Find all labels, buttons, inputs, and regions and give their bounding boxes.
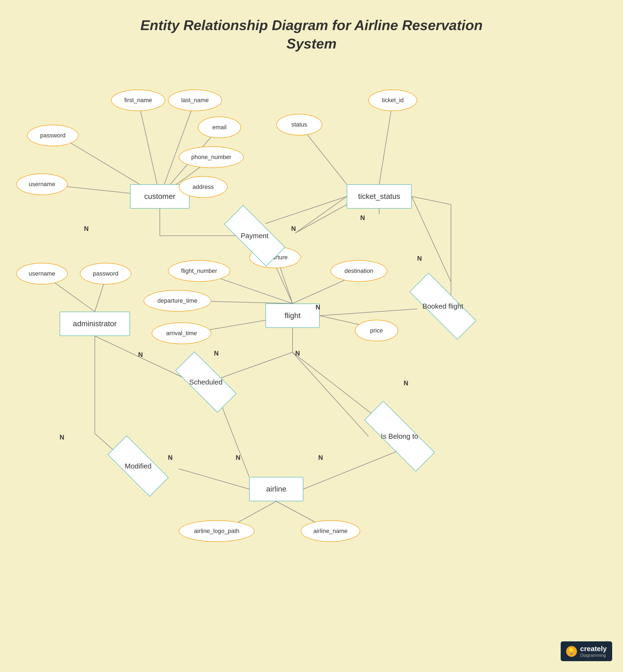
card-10: N: [168, 454, 173, 462]
attr-password-admin: password: [80, 263, 131, 285]
attr-airline-name: airline_name: [301, 520, 360, 542]
attr-first-name: first_name: [111, 89, 165, 111]
attr-departure-time: departure_time: [144, 290, 211, 312]
svg-line-23: [320, 309, 417, 316]
page-title: Entity Relationship Diagram for Airline …: [0, 0, 623, 61]
attr-ticket-id: ticket_id: [368, 89, 417, 111]
svg-line-15: [295, 205, 347, 233]
attr-username-admin: username: [16, 263, 68, 285]
entity-ticket-status: ticket_status: [347, 184, 412, 209]
attr-username-customer: username: [16, 173, 68, 195]
attr-phone-number: phone_number: [179, 146, 244, 168]
card-2: N: [291, 225, 296, 233]
svg-line-36: [303, 450, 401, 489]
svg-line-25: [412, 197, 451, 205]
svg-line-11: [295, 197, 347, 233]
attr-price: price: [355, 320, 398, 342]
attr-flight-number: flight_number: [168, 260, 230, 282]
svg-line-33: [179, 469, 249, 489]
entity-airline: airline: [249, 477, 303, 501]
attr-email: email: [198, 117, 241, 138]
card-9: N: [60, 434, 64, 441]
card-5: N: [316, 303, 320, 311]
rel-is-belong-to: Is Belong to: [363, 423, 436, 450]
entity-administrator: administrator: [60, 312, 130, 336]
attr-arrival-time: arrival_time: [152, 322, 211, 344]
rel-scheduled: Scheduled: [176, 369, 236, 396]
card-12: N: [318, 454, 323, 462]
svg-line-39: [293, 352, 368, 436]
connection-lines: [0, 54, 623, 672]
attr-destination: destination: [330, 260, 387, 282]
attr-password-customer: password: [27, 125, 79, 146]
svg-line-9: [265, 197, 347, 224]
diagram-area: customer ticket_status flight administra…: [0, 54, 623, 672]
card-6: N: [295, 350, 300, 357]
attr-address: address: [179, 176, 228, 198]
rel-payment: Payment: [225, 222, 285, 249]
logo-text-container: creately Diagramming: [580, 645, 607, 658]
svg-line-12: [379, 100, 393, 184]
card-7: N: [214, 350, 218, 357]
rel-booked-flight: Booked flight: [409, 293, 477, 320]
card-8: N: [138, 351, 143, 358]
attr-status: status: [276, 114, 322, 136]
brand-logo: 💡 creately Diagramming: [561, 641, 612, 661]
card-1: N: [84, 225, 89, 233]
svg-line-0: [138, 100, 160, 197]
entity-flight: flight: [265, 303, 320, 328]
rel-modified: Modified: [108, 452, 168, 479]
attr-last-name: last_name: [168, 89, 222, 111]
card-4: N: [417, 255, 422, 262]
attr-airline-logo-path: airline_logo_path: [179, 520, 255, 542]
logo-icon: 💡: [566, 646, 577, 657]
card-11: N: [236, 454, 240, 462]
card-3: N: [360, 214, 365, 222]
svg-line-14: [412, 197, 451, 282]
card-13: N: [404, 379, 408, 387]
